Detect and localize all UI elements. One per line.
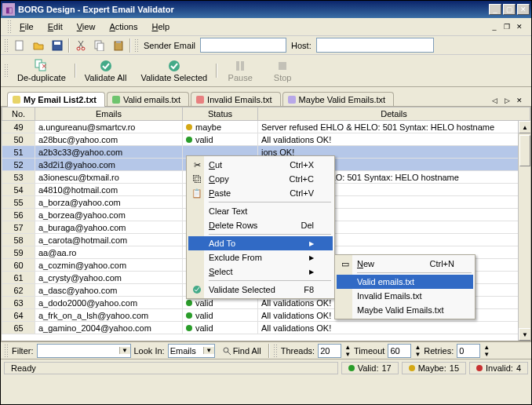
sm-maybe[interactable]: Maybe Valid Emails.txt xyxy=(337,303,473,317)
row-number: 62 xyxy=(2,284,35,297)
paste-icon[interactable] xyxy=(111,38,126,53)
timeout-label: Timeout xyxy=(354,346,384,356)
tab[interactable]: Maybe Valid Emails.txt xyxy=(282,92,394,107)
tab-prev-icon[interactable]: ◁ xyxy=(489,95,500,106)
col-status[interactable]: Status xyxy=(183,108,258,121)
minimize-button[interactable]: _ xyxy=(489,4,501,15)
validate-all-button[interactable]: Validate All xyxy=(79,57,133,84)
scroll-thumb[interactable] xyxy=(519,135,530,166)
row-number: 57 xyxy=(2,221,35,234)
tab-dot-icon xyxy=(112,96,120,104)
retries-input[interactable] xyxy=(457,344,480,358)
menu-view[interactable]: View xyxy=(71,20,102,33)
status-led-icon xyxy=(186,300,192,306)
svg-rect-0 xyxy=(16,41,23,50)
col-emails[interactable]: Emails xyxy=(35,108,183,121)
row-number: 64 xyxy=(2,309,35,322)
table-row[interactable]: 49 a.ungureanu@smartcv.ro maybe Server r… xyxy=(2,121,530,133)
retries-spinner[interactable]: ▲▼ xyxy=(483,344,490,358)
stop-icon xyxy=(275,59,290,73)
menu-actions[interactable]: Actions xyxy=(103,20,144,33)
scroll-down-icon[interactable]: ▼ xyxy=(519,328,531,341)
mdi-restore[interactable]: ❐ xyxy=(501,22,512,31)
pause-label: Pause xyxy=(228,73,253,82)
close-button[interactable]: ✕ xyxy=(517,4,530,15)
tab[interactable]: My Email List2.txt xyxy=(7,92,105,107)
tab[interactable]: Invalid Emails.txt xyxy=(191,92,281,107)
validate-selected-button[interactable]: Validate Selected xyxy=(135,57,213,84)
paste-icon: 📋 xyxy=(191,187,203,199)
submenu-add-to: ▭ NewCtrl+N Valid emails.txt Invalid Ema… xyxy=(334,254,476,319)
cell-email: a.ungureanu@smartcv.ro xyxy=(35,121,183,133)
cm-exclude[interactable]: Exclude From▶ xyxy=(188,250,333,265)
row-number: 55 xyxy=(2,196,35,209)
tab-close-icon[interactable]: ✕ xyxy=(514,95,525,106)
cm-paste[interactable]: 📋 PasteCtrl+V xyxy=(188,186,333,200)
cell-email: a_frk_on_a_lsh@yahoo.com xyxy=(35,309,183,322)
cm-cut[interactable]: ✂ CutCtrl+X xyxy=(188,158,333,172)
dedup-label: De-duplicate xyxy=(17,73,66,82)
cm-clear[interactable]: Clear Text xyxy=(188,204,333,218)
open-icon[interactable] xyxy=(31,38,46,53)
timeout-input[interactable] xyxy=(388,344,411,358)
save-icon[interactable] xyxy=(49,38,65,53)
validate-selected-label: Validate Selected xyxy=(140,73,207,82)
col-no[interactable]: No. xyxy=(2,108,35,121)
copy-icon[interactable] xyxy=(92,38,107,53)
cut-icon[interactable] xyxy=(73,38,89,53)
cell-email: a_buraga@yahoo.com xyxy=(35,221,183,234)
svg-rect-14 xyxy=(236,61,239,71)
svg-point-13 xyxy=(169,60,180,71)
cell-status: valid xyxy=(183,309,258,322)
scroll-up-icon[interactable]: ▲ xyxy=(519,121,531,133)
svg-rect-15 xyxy=(241,61,244,71)
sm-valid[interactable]: Valid emails.txt xyxy=(337,275,473,289)
stop-button[interactable]: Stop xyxy=(263,57,302,84)
new-icon[interactable] xyxy=(12,38,27,53)
menu-help[interactable]: Help xyxy=(145,20,176,33)
find-all-button[interactable]: Find All xyxy=(218,343,265,359)
pause-button[interactable]: Pause xyxy=(220,57,260,84)
table-row[interactable]: 65 a_gamino_2004@yahoo.com valid All val… xyxy=(2,322,530,334)
menu-edit[interactable]: Edit xyxy=(42,20,69,33)
mdi-minimize[interactable]: _ xyxy=(489,22,500,31)
cm-add-to[interactable]: Add To▶ xyxy=(188,236,333,250)
timeout-spinner[interactable]: ▲▼ xyxy=(414,344,421,358)
tab-label: Valid emails.txt xyxy=(123,95,180,104)
row-number: 50 xyxy=(2,133,35,146)
sender-email-input[interactable] xyxy=(200,38,286,53)
table-row[interactable]: 50 a28buc@yahoo.com valid All validation… xyxy=(2,133,530,146)
cell-details: All validations OK! xyxy=(258,133,530,146)
dedup-icon: × xyxy=(35,59,49,73)
threads-spinner[interactable]: ▲▼ xyxy=(344,344,351,358)
vertical-scrollbar[interactable]: ▲ ▼ xyxy=(518,121,530,341)
row-number: 49 xyxy=(2,121,35,133)
tab-dot-icon xyxy=(196,96,204,104)
col-details[interactable]: Details xyxy=(258,108,530,121)
threads-label: Threads: xyxy=(281,346,315,356)
cm-select[interactable]: Select▶ xyxy=(188,265,333,279)
menu-file[interactable]: File xyxy=(13,20,40,33)
tab[interactable]: Valid emails.txt xyxy=(107,92,189,107)
de-duplicate-button[interactable]: × De-duplicate xyxy=(12,57,71,84)
row-number: 51 xyxy=(2,146,35,159)
status-ready: Ready xyxy=(4,362,338,374)
sm-invalid[interactable]: Invalid Emails.txt xyxy=(337,289,473,303)
cm-validate-selected[interactable]: Validate SelectedF8 xyxy=(188,283,333,297)
context-menu: ✂ CutCtrl+X ⿻ CopyCtrl+C 📋 PasteCtrl+V C… xyxy=(186,155,335,299)
lookin-combo[interactable]: Emails▼ xyxy=(168,344,215,358)
svg-rect-16 xyxy=(279,62,286,70)
row-number: 60 xyxy=(2,259,35,272)
filter-combo[interactable]: ▼ xyxy=(37,344,131,358)
cell-email: a_gamino_2004@yahoo.com xyxy=(35,322,183,334)
svg-rect-6 xyxy=(97,43,104,51)
sm-new[interactable]: ▭ NewCtrl+N xyxy=(337,257,473,271)
cm-copy[interactable]: ⿻ CopyCtrl+C xyxy=(188,172,333,186)
mdi-close[interactable]: ✕ xyxy=(514,22,525,31)
validate-selected-icon xyxy=(167,59,181,73)
maximize-button[interactable]: ▢ xyxy=(503,4,516,15)
host-input[interactable] xyxy=(316,38,434,53)
tab-next-icon[interactable]: ▷ xyxy=(501,95,512,106)
threads-input[interactable] xyxy=(318,344,341,358)
cm-delete[interactable]: Delete RowsDel xyxy=(188,218,333,232)
